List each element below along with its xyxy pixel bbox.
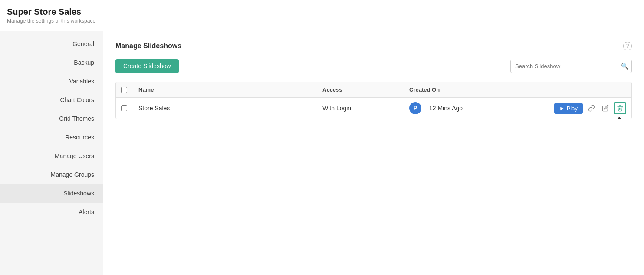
table-row: Store Sales With Login P 12 Mins Ago ► P… bbox=[116, 98, 631, 119]
toolbar: Create Slideshow 🔍 bbox=[115, 59, 632, 73]
select-all-checkbox[interactable] bbox=[121, 87, 127, 93]
search-input[interactable] bbox=[510, 60, 632, 73]
main-content: Manage Slideshows ? Create Slideshow 🔍 N… bbox=[103, 31, 644, 275]
sidebar-item-grid-themes[interactable]: Grid Themes bbox=[0, 109, 103, 128]
sidebar-item-manage-groups[interactable]: Manage Groups bbox=[0, 166, 103, 184]
row-created-on-text: 12 Mins Ago bbox=[429, 105, 463, 112]
sidebar-item-resources[interactable]: Resources bbox=[0, 128, 103, 147]
sidebar-item-backup[interactable]: Backup bbox=[0, 53, 103, 72]
sidebar-item-slideshows[interactable]: Slideshows bbox=[0, 184, 103, 203]
sidebar-item-chart-colors[interactable]: Chart Colors bbox=[0, 91, 103, 109]
header-name: Name bbox=[138, 86, 322, 93]
delete-button[interactable] bbox=[614, 102, 626, 114]
search-box: 🔍 bbox=[510, 60, 632, 73]
sidebar-item-manage-users[interactable]: Manage Users bbox=[0, 147, 103, 166]
row-actions-cell: ► Play bbox=[539, 102, 626, 114]
header-actions bbox=[539, 86, 626, 93]
sidebar-item-variables[interactable]: Variables bbox=[0, 72, 103, 91]
row-created-on-cell: P 12 Mins Ago bbox=[409, 102, 539, 114]
page-title: Manage Slideshows bbox=[115, 42, 181, 50]
play-label: Play bbox=[567, 105, 578, 112]
search-icon: 🔍 bbox=[621, 63, 628, 70]
play-icon: ► bbox=[559, 105, 565, 112]
sidebar-item-alerts[interactable]: Alerts bbox=[0, 203, 103, 222]
main-layout: GeneralBackupVariablesChart ColorsGrid T… bbox=[0, 31, 644, 275]
page-header: Manage Slideshows ? bbox=[115, 42, 632, 50]
create-slideshow-button[interactable]: Create Slideshow bbox=[115, 59, 179, 73]
app-header: Super Store Sales Manage the settings of… bbox=[0, 0, 644, 31]
app-subtitle: Manage the settings of this workspace bbox=[7, 18, 637, 24]
play-button[interactable]: ► Play bbox=[554, 103, 583, 114]
app-title: Super Store Sales bbox=[7, 7, 637, 17]
header-checkbox-cell bbox=[121, 86, 138, 93]
slideshows-table: Name Access Created On Store Sales With … bbox=[115, 82, 632, 119]
row-checkbox-cell bbox=[121, 105, 138, 111]
table-header-row: Name Access Created On bbox=[116, 82, 631, 98]
help-icon[interactable]: ? bbox=[623, 42, 632, 50]
avatar: P bbox=[409, 102, 421, 114]
row-checkbox[interactable] bbox=[121, 105, 127, 111]
sidebar: GeneralBackupVariablesChart ColorsGrid T… bbox=[0, 31, 103, 275]
link-button[interactable] bbox=[586, 103, 597, 113]
row-name: Store Sales bbox=[138, 105, 322, 112]
header-access: Access bbox=[322, 86, 409, 93]
sidebar-item-general[interactable]: General bbox=[0, 35, 103, 53]
row-access: With Login bbox=[322, 105, 409, 112]
header-created-on: Created On bbox=[409, 86, 539, 93]
edit-button[interactable] bbox=[600, 103, 611, 113]
